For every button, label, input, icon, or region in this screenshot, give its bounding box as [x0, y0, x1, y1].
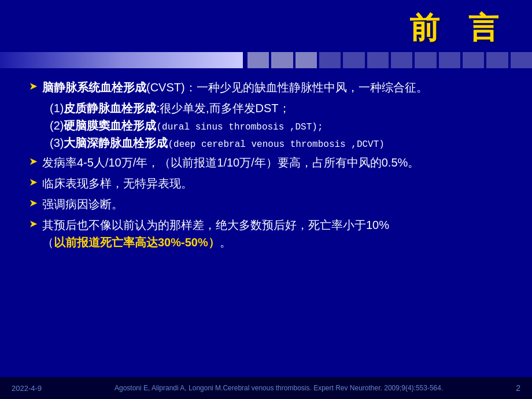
- sub-mono-2: (dural sinus thrombosis ,DST);: [156, 122, 323, 132]
- bullet-item-5: ➤ 其预后也不像以前认为的那样差，绝大多数预后好，死亡率小于10% （以前报道死…: [29, 216, 509, 251]
- bullet-item-3: ➤ 临床表现多样，无特异表现。: [29, 175, 509, 192]
- deco-block: [511, 52, 532, 68]
- footer-reference: Agostoni E, Aliprandi A, Longoni M.Cereb…: [47, 384, 510, 392]
- bullet-item-2: ➤ 发病率4-5人/10万/年，（以前报道1/10万/年）要高，占所有中风的0.…: [29, 154, 509, 171]
- footer-date: 2022-4-9: [12, 384, 42, 393]
- bullet-text-5: 其预后也不像以前认为的那样差，绝大多数预后好，死亡率小于10% （以前报道死亡率…: [42, 216, 389, 251]
- sub-item-2: (2)硬脑膜窦血栓形成(dural sinus thrombosis ,DST)…: [50, 117, 509, 134]
- bullet-arrow-3: ➤: [29, 176, 38, 189]
- sub-bold-2: 硬脑膜窦血栓形成: [64, 119, 156, 132]
- bullet-arrow-2: ➤: [29, 155, 38, 168]
- sub-bold-3: 大脑深静脉血栓形成: [64, 136, 168, 149]
- text-span: 脑静脉系统血栓形成: [42, 81, 146, 94]
- sub-items-group: (1)皮质静脉血栓形成:很少单发,而多伴发DST； (2)硬脑膜窦血栓形成(du…: [29, 99, 509, 152]
- bullet-text-4: 强调病因诊断。: [42, 195, 123, 213]
- decorative-bar: [0, 52, 532, 68]
- deco-block: [415, 52, 436, 68]
- deco-block: [271, 52, 293, 68]
- bullet-arrow-1: ➤: [29, 80, 38, 93]
- title-area: 前 言: [0, 0, 532, 52]
- deco-blocks-container: [243, 52, 532, 68]
- highlight-text: 以前报道死亡率高达30%-50%）: [54, 236, 220, 249]
- bullet-arrow-5: ➤: [29, 217, 38, 230]
- deco-block: [247, 52, 269, 68]
- sub-text-3: (3)大脑深静脉血栓形成(deep cerebral venous thromb…: [50, 134, 385, 152]
- deco-block: [439, 52, 460, 68]
- sub-text-2: (2)硬脑膜窦血栓形成(dural sinus thrombosis ,DST)…: [50, 117, 323, 134]
- sub-item-1: (1)皮质静脉血栓形成:很少单发,而多伴发DST；: [50, 99, 509, 117]
- content-area: ➤ 脑静脉系统血栓形成(CVST)：一种少见的缺血性静脉性中风，一种综合征。 (…: [0, 74, 532, 257]
- sub-item-3: (3)大脑深静脉血栓形成(deep cerebral venous thromb…: [50, 134, 509, 152]
- deco-block: [343, 52, 364, 68]
- bullet-text-1: 脑静脉系统血栓形成(CVST)：一种少见的缺血性静脉性中风，一种综合征。: [42, 79, 428, 96]
- deco-block: [463, 52, 484, 68]
- sub-bold-1: 皮质静脉血栓形成: [64, 102, 156, 114]
- deco-block: [295, 52, 317, 68]
- footer: 2022-4-9 Agostoni E, Aliprandi A, Longon…: [0, 377, 532, 399]
- deco-block: [367, 52, 389, 68]
- bullet-text-2: 发病率4-5人/10万/年，（以前报道1/10万/年）要高，占所有中风的0.5%…: [42, 154, 419, 171]
- bullet-item-4: ➤ 强调病因诊断。: [29, 195, 509, 213]
- deco-block: [319, 52, 341, 68]
- slide-title: 前 言: [409, 8, 509, 49]
- sub-text-1: (1)皮质静脉血栓形成:很少单发,而多伴发DST；: [50, 99, 290, 117]
- bullet-arrow-4: ➤: [29, 197, 38, 209]
- bullet-text-3: 临床表现多样，无特异表现。: [42, 175, 193, 192]
- deco-gradient: [0, 52, 243, 68]
- deco-block: [391, 52, 412, 68]
- sub-mono-3: (deep cerebral venous thrombosis ,DCVT): [168, 139, 384, 150]
- bullet-item-1: ➤ 脑静脉系统血栓形成(CVST)：一种少见的缺血性静脉性中风，一种综合征。: [29, 79, 509, 96]
- deco-block: [486, 52, 508, 68]
- footer-page-number: 2: [516, 383, 520, 393]
